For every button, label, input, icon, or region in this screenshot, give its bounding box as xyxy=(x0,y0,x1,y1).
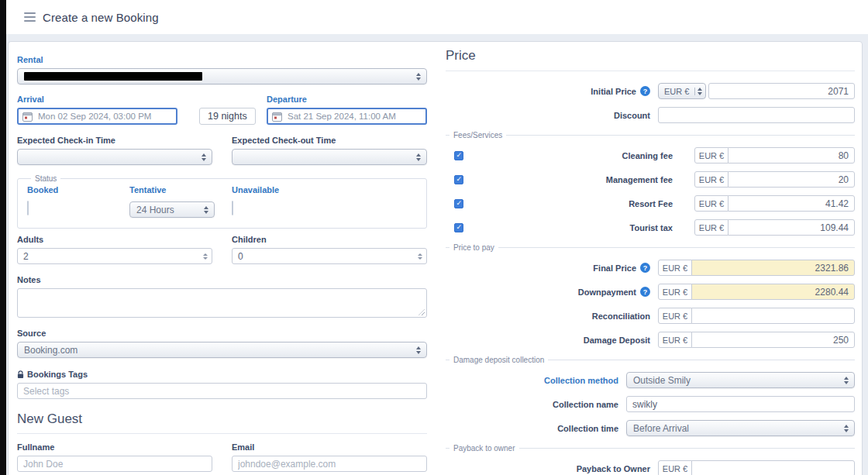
damage-deposit-input[interactable] xyxy=(691,332,855,348)
checkin-time-label: Expected Check-in Time xyxy=(17,136,212,145)
cleaning-fee-label: Cleaning fee xyxy=(446,151,694,160)
rental-label: Rental xyxy=(17,55,427,64)
email-label: Email xyxy=(232,442,427,452)
help-icon[interactable]: ? xyxy=(640,86,650,96)
currency-addon: EUR € xyxy=(658,260,692,276)
number-spinner-icon[interactable] xyxy=(203,253,208,260)
tentative-label: Tentative xyxy=(129,185,232,194)
source-value: Booking.com xyxy=(24,345,78,356)
rental-select[interactable] xyxy=(17,68,427,84)
help-icon[interactable]: ? xyxy=(640,263,650,273)
payback-to-owner-input[interactable] xyxy=(691,460,855,475)
unavailable-checkbox[interactable] xyxy=(232,201,233,215)
calendar-icon xyxy=(22,112,33,122)
collection-time-select[interactable]: Before Arrival xyxy=(626,420,855,436)
collection-method-label: Collection method xyxy=(446,376,626,385)
currency-addon: EUR € xyxy=(658,332,692,348)
resort-fee-label: Resort Fee xyxy=(446,199,694,208)
discount-input[interactable] xyxy=(658,107,855,123)
resort-fee-checkbox[interactable] xyxy=(454,199,463,208)
redacted-rental-value xyxy=(24,72,202,81)
number-spinner-icon[interactable] xyxy=(418,253,422,260)
collection-name-input[interactable] xyxy=(626,396,855,412)
departure-label: Departure xyxy=(267,95,427,104)
downpayment-label: Downpayment ? xyxy=(446,287,658,297)
fullname-input[interactable] xyxy=(17,456,212,472)
damage-deposit-collection-legend: Damage deposit collection xyxy=(450,356,548,364)
children-input[interactable] xyxy=(232,248,427,264)
booking-form-card: Rental Arrival Mon 02 Sep 2024, 03:00 PM… xyxy=(8,41,863,475)
checkin-time-select[interactable] xyxy=(17,149,212,165)
collapsed-sidebar[interactable] xyxy=(0,0,6,475)
tentative-duration-select[interactable]: 24 Hours xyxy=(129,201,215,218)
source-label: Source xyxy=(17,329,427,338)
select-stepper-icon xyxy=(844,425,849,432)
damage-deposit-label: Damage Deposit xyxy=(446,336,658,345)
bookings-tags-label: Bookings Tags xyxy=(17,370,427,379)
payback-to-owner-legend: Payback to owner xyxy=(450,444,519,453)
final-price-input[interactable] xyxy=(691,260,855,276)
cleaning-fee-input[interactable] xyxy=(728,147,855,163)
status-fieldset: Status Booked Tentative 24 Hours Unavail… xyxy=(17,174,427,229)
fullname-label: Fullname xyxy=(17,442,212,452)
email-input[interactable] xyxy=(232,456,427,472)
discount-label: Discount xyxy=(446,111,658,120)
unavailable-label: Unavailable xyxy=(232,185,334,194)
cleaning-fee-checkbox[interactable] xyxy=(454,151,463,160)
bookings-tags-input[interactable] xyxy=(17,383,427,399)
page-title: Create a new Booking xyxy=(43,11,159,24)
arrival-date-value: Mon 02 Sep 2024, 03:00 PM xyxy=(38,112,151,121)
price-column: Price Initial Price ? EUR € Discount Fee… xyxy=(446,46,855,475)
resort-fee-input[interactable] xyxy=(728,195,855,212)
currency-addon: EUR € xyxy=(694,147,728,163)
notes-label: Notes xyxy=(17,275,427,284)
children-label: Children xyxy=(232,235,427,244)
list-icon xyxy=(24,12,36,22)
tourist-tax-checkbox[interactable] xyxy=(454,223,463,232)
collection-time-label: Collection time xyxy=(446,424,626,433)
select-stepper-icon xyxy=(416,346,421,354)
checkout-time-select[interactable] xyxy=(232,149,427,165)
tourist-tax-label: Tourist tax xyxy=(446,223,694,232)
initial-price-input[interactable] xyxy=(708,83,855,99)
initial-price-label: Initial Price ? xyxy=(446,86,658,96)
arrival-label: Arrival xyxy=(17,95,177,104)
departure-date-value: Sat 21 Sep 2024, 11:00 AM xyxy=(288,112,396,121)
payback-to-owner-section: Payback to owner Payback to Owner EUR € xyxy=(446,444,855,475)
departure-date-input[interactable]: Sat 21 Sep 2024, 11:00 AM xyxy=(267,108,427,125)
reconciliation-input[interactable] xyxy=(691,308,855,324)
adults-input[interactable] xyxy=(17,248,212,264)
tourist-tax-input[interactable] xyxy=(728,219,855,236)
price-to-pay-section: Price to pay Final Price ? EUR € Downpay… xyxy=(446,243,855,356)
lock-icon xyxy=(17,370,24,379)
fees-services-legend: Fees/Services xyxy=(450,131,506,139)
help-icon[interactable]: ? xyxy=(640,287,650,297)
notes-textarea[interactable] xyxy=(17,288,427,318)
source-select[interactable]: Booking.com xyxy=(17,342,427,358)
booked-checkbox[interactable] xyxy=(27,201,29,215)
calendar-icon xyxy=(272,112,282,122)
checkout-time-label: Expected Check-out Time xyxy=(232,136,427,145)
top-bar: Create a new Booking xyxy=(0,0,868,34)
currency-addon: EUR € xyxy=(658,308,692,324)
currency-select[interactable]: EUR € xyxy=(658,83,706,99)
damage-deposit-collection-section: Damage deposit collection Collection met… xyxy=(446,356,855,444)
select-stepper-icon xyxy=(844,377,849,384)
downpayment-input[interactable] xyxy=(691,284,855,300)
tentative-duration-value: 24 Hours xyxy=(136,205,174,215)
select-stepper-icon xyxy=(416,73,421,81)
collection-method-select[interactable]: Outside Smily xyxy=(626,372,855,388)
select-stepper-icon xyxy=(416,153,421,161)
new-guest-heading: New Guest xyxy=(17,411,427,434)
collection-time-value: Before Arrival xyxy=(633,423,689,434)
currency-addon: EUR € xyxy=(658,284,692,300)
price-to-pay-legend: Price to pay xyxy=(450,243,498,252)
payback-to-owner-label: Payback to Owner xyxy=(446,464,658,473)
status-legend: Status xyxy=(31,174,60,183)
select-stepper-icon xyxy=(202,153,206,161)
reconciliation-label: Reconciliation xyxy=(446,312,658,321)
arrival-date-input[interactable]: Mon 02 Sep 2024, 03:00 PM xyxy=(17,108,177,125)
currency-addon: EUR € xyxy=(694,171,728,188)
management-fee-input[interactable] xyxy=(728,171,855,188)
management-fee-checkbox[interactable] xyxy=(454,175,463,184)
